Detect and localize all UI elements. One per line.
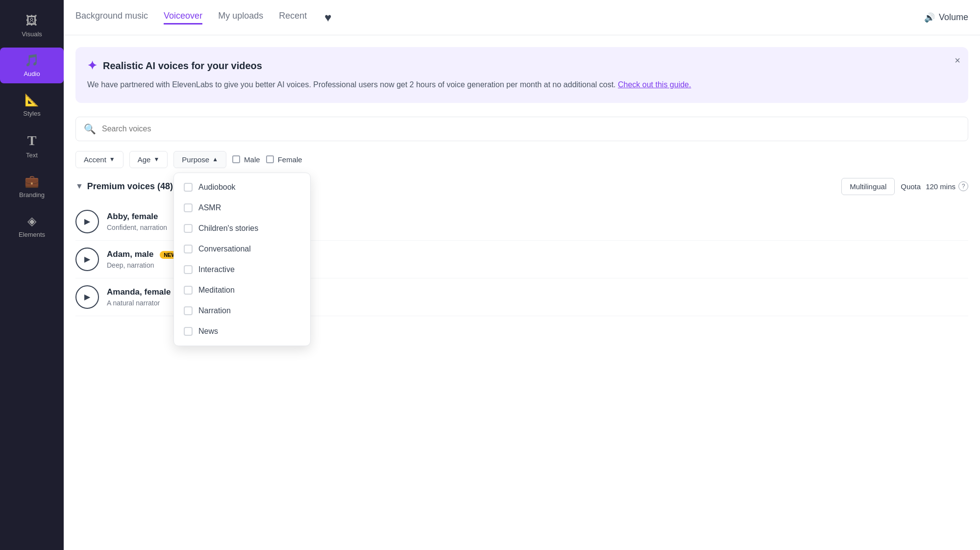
accent-chevron-icon: ▼ bbox=[109, 156, 115, 163]
female-label: Female bbox=[278, 155, 302, 164]
voice-desc-abby: Confident, narration bbox=[107, 224, 167, 231]
favorites-heart-icon[interactable]: ♥ bbox=[324, 11, 331, 25]
age-chevron-icon: ▼ bbox=[153, 156, 159, 163]
section-title-text: Premium voices (48) bbox=[87, 181, 173, 192]
dropdown-item-audiobook[interactable]: Audiobook bbox=[174, 177, 310, 198]
interactive-checkbox[interactable] bbox=[184, 265, 193, 274]
voice-desc-adam: Deep, narration bbox=[107, 261, 180, 269]
accent-label: Accent bbox=[84, 155, 106, 164]
search-bar: 🔍 bbox=[75, 117, 968, 141]
meditation-checkbox[interactable] bbox=[184, 286, 193, 295]
elements-icon: ◈ bbox=[27, 214, 36, 228]
conversational-label: Conversational bbox=[198, 245, 251, 253]
search-icon: 🔍 bbox=[84, 123, 96, 135]
volume-button[interactable]: 🔊 Volume bbox=[924, 12, 968, 23]
quota-display: Quota 120 mins ? bbox=[901, 181, 968, 191]
conversational-checkbox[interactable] bbox=[184, 245, 193, 253]
styles-icon: 📐 bbox=[24, 93, 39, 107]
filters-row: Accent ▼ Age ▼ Purpose ▲ Male Female bbox=[75, 151, 968, 168]
male-filter[interactable]: Male bbox=[232, 155, 260, 164]
purpose-chevron-icon: ▲ bbox=[212, 156, 218, 163]
voice-name-abby: Abby, female bbox=[107, 212, 167, 222]
news-label: News bbox=[198, 327, 218, 336]
audiobook-label: Audiobook bbox=[198, 183, 236, 192]
banner-title: ✦ Realistic AI voices for your videos bbox=[87, 59, 945, 73]
main-panel: Background music Voiceover My uploads Re… bbox=[64, 0, 980, 550]
childrens-stories-checkbox[interactable] bbox=[184, 224, 193, 233]
narration-checkbox[interactable] bbox=[184, 306, 193, 315]
banner-body: We have partnered with ElevenLabs to giv… bbox=[87, 78, 945, 91]
asmr-checkbox[interactable] bbox=[184, 203, 193, 212]
sidebar-item-label: Elements bbox=[19, 231, 45, 238]
tab-voiceover[interactable]: Voiceover bbox=[164, 11, 202, 25]
sidebar-item-branding[interactable]: 💼 Branding bbox=[0, 169, 64, 204]
age-filter-button[interactable]: Age ▼ bbox=[129, 151, 168, 168]
tab-bar: Background music Voiceover My uploads Re… bbox=[64, 0, 980, 35]
sparkle-icon: ✦ bbox=[87, 59, 97, 73]
sidebar: 🖼 Visuals 🎵 Audio 📐 Styles T Text 💼 Bran… bbox=[0, 0, 64, 550]
visuals-icon: 🖼 bbox=[26, 14, 38, 27]
female-filter[interactable]: Female bbox=[266, 155, 302, 164]
interactive-label: Interactive bbox=[198, 265, 235, 274]
meditation-label: Meditation bbox=[198, 286, 235, 295]
narration-label: Narration bbox=[198, 306, 231, 315]
text-icon: T bbox=[27, 133, 37, 149]
search-input[interactable] bbox=[102, 125, 960, 133]
branding-icon: 💼 bbox=[24, 175, 39, 188]
voice-desc-amanda: A natural narrator bbox=[107, 299, 171, 307]
age-label: Age bbox=[138, 155, 151, 164]
dropdown-item-narration[interactable]: Narration bbox=[174, 300, 310, 321]
tab-recent[interactable]: Recent bbox=[279, 11, 307, 25]
play-button-adam[interactable]: ▶ bbox=[75, 248, 99, 271]
purpose-filter-button[interactable]: Purpose ▲ bbox=[173, 151, 226, 168]
childrens-stories-label: Children's stories bbox=[198, 224, 258, 233]
voice-info-amanda: Amanda, female A natural narrator bbox=[107, 287, 171, 307]
dropdown-item-news[interactable]: News bbox=[174, 321, 310, 342]
dropdown-item-childrens-stories[interactable]: Children's stories bbox=[174, 218, 310, 239]
play-button-amanda[interactable]: ▶ bbox=[75, 285, 99, 309]
quota-help-icon[interactable]: ? bbox=[958, 181, 968, 191]
sidebar-item-label: Text bbox=[26, 151, 38, 159]
purpose-dropdown: Audiobook ASMR Children's stories Conver… bbox=[173, 173, 311, 346]
sidebar-item-audio[interactable]: 🎵 Audio bbox=[0, 48, 64, 83]
dropdown-item-interactive[interactable]: Interactive bbox=[174, 259, 310, 280]
banner-close-button[interactable]: × bbox=[955, 55, 960, 66]
accent-filter-button[interactable]: Accent ▼ bbox=[75, 151, 123, 168]
audio-icon: 🎵 bbox=[24, 53, 39, 67]
volume-label: Volume bbox=[939, 12, 968, 23]
sidebar-item-visuals[interactable]: 🖼 Visuals bbox=[0, 8, 64, 44]
male-label: Male bbox=[244, 155, 260, 164]
audiobook-checkbox[interactable] bbox=[184, 183, 193, 192]
voice-info-adam: Adam, male NEW Deep, narration bbox=[107, 250, 180, 269]
purpose-label: Purpose bbox=[182, 155, 209, 164]
sidebar-item-label: Styles bbox=[23, 110, 40, 117]
banner-title-text: Realistic AI voices for your videos bbox=[103, 60, 262, 72]
sidebar-item-text[interactable]: T Text bbox=[0, 127, 64, 165]
quota-label: Quota bbox=[901, 182, 921, 191]
tab-my-uploads[interactable]: My uploads bbox=[218, 11, 263, 25]
volume-icon: 🔊 bbox=[924, 12, 935, 23]
sidebar-item-elements[interactable]: ◈ Elements bbox=[0, 208, 64, 244]
female-checkbox[interactable] bbox=[266, 155, 274, 163]
news-checkbox[interactable] bbox=[184, 327, 193, 336]
dropdown-item-meditation[interactable]: Meditation bbox=[174, 280, 310, 300]
elevenlabs-banner: ✦ Realistic AI voices for your videos We… bbox=[75, 47, 968, 103]
male-checkbox[interactable] bbox=[232, 155, 240, 163]
banner-body-text: We have partnered with ElevenLabs to giv… bbox=[87, 80, 616, 89]
voice-info-abby: Abby, female Confident, narration bbox=[107, 212, 167, 231]
sidebar-item-styles[interactable]: 📐 Styles bbox=[0, 87, 64, 123]
multilingual-button[interactable]: Multilingual bbox=[841, 178, 895, 195]
sidebar-item-label: Audio bbox=[24, 70, 40, 77]
dropdown-item-conversational[interactable]: Conversational bbox=[174, 239, 310, 259]
banner-link[interactable]: Check out this guide. bbox=[618, 80, 691, 89]
play-button-abby[interactable]: ▶ bbox=[75, 210, 99, 233]
section-chevron-icon[interactable]: ▼ bbox=[75, 182, 83, 191]
sidebar-item-label: Visuals bbox=[22, 30, 42, 38]
asmr-label: ASMR bbox=[198, 203, 221, 212]
dropdown-item-asmr[interactable]: ASMR bbox=[174, 198, 310, 218]
section-title: ▼ Premium voices (48) bbox=[75, 181, 173, 192]
sidebar-item-label: Branding bbox=[19, 191, 45, 199]
tab-background-music[interactable]: Background music bbox=[75, 11, 148, 25]
voice-name-amanda: Amanda, female bbox=[107, 287, 171, 297]
content-area: ✦ Realistic AI voices for your videos We… bbox=[64, 35, 980, 550]
